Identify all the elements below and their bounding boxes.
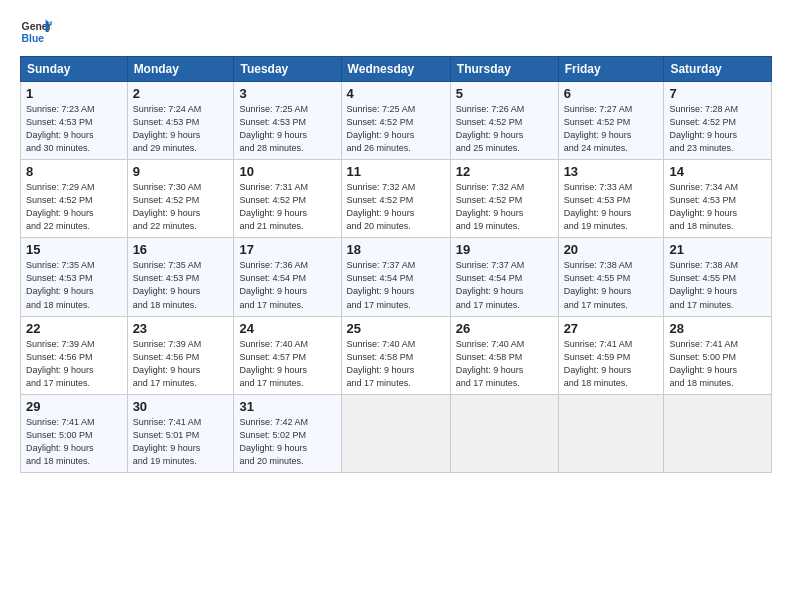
day-number: 11 [347,164,445,179]
day-info: Sunrise: 7:41 AM Sunset: 5:01 PM Dayligh… [133,416,229,468]
day-number: 25 [347,321,445,336]
calendar-cell: 10Sunrise: 7:31 AM Sunset: 4:52 PM Dayli… [234,160,341,238]
day-number: 4 [347,86,445,101]
weekday-header-monday: Monday [127,57,234,82]
calendar-cell: 23Sunrise: 7:39 AM Sunset: 4:56 PM Dayli… [127,316,234,394]
day-info: Sunrise: 7:40 AM Sunset: 4:57 PM Dayligh… [239,338,335,390]
calendar-cell: 18Sunrise: 7:37 AM Sunset: 4:54 PM Dayli… [341,238,450,316]
day-info: Sunrise: 7:23 AM Sunset: 4:53 PM Dayligh… [26,103,122,155]
calendar-cell [664,394,772,472]
day-info: Sunrise: 7:30 AM Sunset: 4:52 PM Dayligh… [133,181,229,233]
day-number: 31 [239,399,335,414]
day-number: 2 [133,86,229,101]
day-info: Sunrise: 7:40 AM Sunset: 4:58 PM Dayligh… [456,338,553,390]
calendar-week-row: 15Sunrise: 7:35 AM Sunset: 4:53 PM Dayli… [21,238,772,316]
calendar-cell: 22Sunrise: 7:39 AM Sunset: 4:56 PM Dayli… [21,316,128,394]
day-info: Sunrise: 7:26 AM Sunset: 4:52 PM Dayligh… [456,103,553,155]
day-info: Sunrise: 7:24 AM Sunset: 4:53 PM Dayligh… [133,103,229,155]
day-number: 9 [133,164,229,179]
calendar-week-row: 8Sunrise: 7:29 AM Sunset: 4:52 PM Daylig… [21,160,772,238]
calendar-table: SundayMondayTuesdayWednesdayThursdayFrid… [20,56,772,473]
day-number: 29 [26,399,122,414]
calendar-cell: 24Sunrise: 7:40 AM Sunset: 4:57 PM Dayli… [234,316,341,394]
svg-text:Blue: Blue [22,33,45,44]
day-info: Sunrise: 7:37 AM Sunset: 4:54 PM Dayligh… [456,259,553,311]
day-info: Sunrise: 7:38 AM Sunset: 4:55 PM Dayligh… [564,259,659,311]
calendar-cell: 6Sunrise: 7:27 AM Sunset: 4:52 PM Daylig… [558,82,664,160]
calendar-cell: 30Sunrise: 7:41 AM Sunset: 5:01 PM Dayli… [127,394,234,472]
weekday-header-saturday: Saturday [664,57,772,82]
day-info: Sunrise: 7:25 AM Sunset: 4:52 PM Dayligh… [347,103,445,155]
day-number: 17 [239,242,335,257]
calendar-cell: 15Sunrise: 7:35 AM Sunset: 4:53 PM Dayli… [21,238,128,316]
day-info: Sunrise: 7:32 AM Sunset: 4:52 PM Dayligh… [456,181,553,233]
calendar-cell: 8Sunrise: 7:29 AM Sunset: 4:52 PM Daylig… [21,160,128,238]
day-info: Sunrise: 7:35 AM Sunset: 4:53 PM Dayligh… [133,259,229,311]
calendar-cell [450,394,558,472]
day-number: 3 [239,86,335,101]
day-info: Sunrise: 7:34 AM Sunset: 4:53 PM Dayligh… [669,181,766,233]
weekday-header-sunday: Sunday [21,57,128,82]
calendar-cell: 5Sunrise: 7:26 AM Sunset: 4:52 PM Daylig… [450,82,558,160]
calendar-cell [558,394,664,472]
calendar-cell: 27Sunrise: 7:41 AM Sunset: 4:59 PM Dayli… [558,316,664,394]
calendar-cell: 26Sunrise: 7:40 AM Sunset: 4:58 PM Dayli… [450,316,558,394]
calendar-cell: 14Sunrise: 7:34 AM Sunset: 4:53 PM Dayli… [664,160,772,238]
calendar-cell: 13Sunrise: 7:33 AM Sunset: 4:53 PM Dayli… [558,160,664,238]
weekday-header-wednesday: Wednesday [341,57,450,82]
day-info: Sunrise: 7:28 AM Sunset: 4:52 PM Dayligh… [669,103,766,155]
day-info: Sunrise: 7:39 AM Sunset: 4:56 PM Dayligh… [133,338,229,390]
day-number: 23 [133,321,229,336]
day-info: Sunrise: 7:32 AM Sunset: 4:52 PM Dayligh… [347,181,445,233]
calendar-cell: 2Sunrise: 7:24 AM Sunset: 4:53 PM Daylig… [127,82,234,160]
calendar-week-row: 22Sunrise: 7:39 AM Sunset: 4:56 PM Dayli… [21,316,772,394]
day-number: 27 [564,321,659,336]
day-info: Sunrise: 7:37 AM Sunset: 4:54 PM Dayligh… [347,259,445,311]
day-number: 19 [456,242,553,257]
day-number: 24 [239,321,335,336]
day-number: 5 [456,86,553,101]
day-info: Sunrise: 7:27 AM Sunset: 4:52 PM Dayligh… [564,103,659,155]
day-info: Sunrise: 7:31 AM Sunset: 4:52 PM Dayligh… [239,181,335,233]
day-info: Sunrise: 7:41 AM Sunset: 4:59 PM Dayligh… [564,338,659,390]
calendar-cell: 7Sunrise: 7:28 AM Sunset: 4:52 PM Daylig… [664,82,772,160]
calendar-cell: 3Sunrise: 7:25 AM Sunset: 4:53 PM Daylig… [234,82,341,160]
logo-icon: General Blue [20,16,52,48]
day-info: Sunrise: 7:25 AM Sunset: 4:53 PM Dayligh… [239,103,335,155]
calendar-cell: 17Sunrise: 7:36 AM Sunset: 4:54 PM Dayli… [234,238,341,316]
day-info: Sunrise: 7:40 AM Sunset: 4:58 PM Dayligh… [347,338,445,390]
weekday-header-tuesday: Tuesday [234,57,341,82]
day-number: 1 [26,86,122,101]
day-number: 8 [26,164,122,179]
calendar-cell: 31Sunrise: 7:42 AM Sunset: 5:02 PM Dayli… [234,394,341,472]
day-number: 18 [347,242,445,257]
calendar-body: 1Sunrise: 7:23 AM Sunset: 4:53 PM Daylig… [21,82,772,473]
day-number: 22 [26,321,122,336]
calendar-cell: 1Sunrise: 7:23 AM Sunset: 4:53 PM Daylig… [21,82,128,160]
day-info: Sunrise: 7:36 AM Sunset: 4:54 PM Dayligh… [239,259,335,311]
day-info: Sunrise: 7:39 AM Sunset: 4:56 PM Dayligh… [26,338,122,390]
calendar-cell [341,394,450,472]
day-number: 12 [456,164,553,179]
day-number: 10 [239,164,335,179]
day-info: Sunrise: 7:29 AM Sunset: 4:52 PM Dayligh… [26,181,122,233]
page: General Blue SundayMondayTuesdayWednesda… [0,0,792,612]
day-number: 7 [669,86,766,101]
day-number: 20 [564,242,659,257]
calendar-week-row: 29Sunrise: 7:41 AM Sunset: 5:00 PM Dayli… [21,394,772,472]
logo: General Blue [20,16,56,48]
day-number: 16 [133,242,229,257]
weekday-header-thursday: Thursday [450,57,558,82]
day-number: 14 [669,164,766,179]
day-info: Sunrise: 7:41 AM Sunset: 5:00 PM Dayligh… [26,416,122,468]
day-info: Sunrise: 7:35 AM Sunset: 4:53 PM Dayligh… [26,259,122,311]
day-info: Sunrise: 7:42 AM Sunset: 5:02 PM Dayligh… [239,416,335,468]
day-info: Sunrise: 7:41 AM Sunset: 5:00 PM Dayligh… [669,338,766,390]
calendar-cell: 19Sunrise: 7:37 AM Sunset: 4:54 PM Dayli… [450,238,558,316]
day-number: 30 [133,399,229,414]
header: General Blue [20,16,772,48]
calendar-cell: 28Sunrise: 7:41 AM Sunset: 5:00 PM Dayli… [664,316,772,394]
day-number: 26 [456,321,553,336]
calendar-cell: 25Sunrise: 7:40 AM Sunset: 4:58 PM Dayli… [341,316,450,394]
day-info: Sunrise: 7:33 AM Sunset: 4:53 PM Dayligh… [564,181,659,233]
